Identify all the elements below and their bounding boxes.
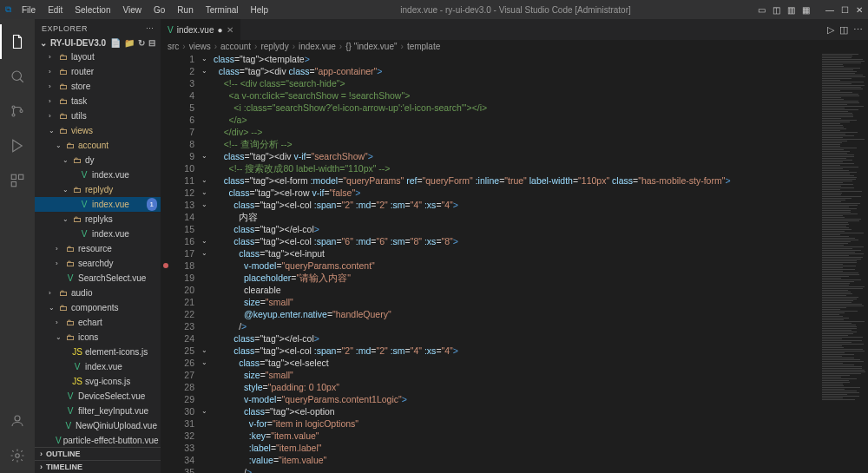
new-folder-icon[interactable]: 📁	[124, 38, 135, 48]
tree-item[interactable]: ›🗀resource	[35, 241, 161, 256]
debug-icon[interactable]	[0, 128, 35, 163]
breadcrumb-item[interactable]: {} "index.vue"	[345, 42, 397, 51]
tree-item[interactable]: ›🗀searchdy	[35, 256, 161, 271]
tree-item[interactable]: VNewQiniuUpload.vue	[35, 418, 161, 433]
breadcrumb-item[interactable]: template	[407, 42, 440, 51]
tree-item[interactable]: ⌄🗀account	[35, 138, 161, 153]
tree-item[interactable]: ›🗀layout	[35, 49, 161, 64]
layout-icon2[interactable]: ▥	[787, 5, 795, 15]
split-editor-icon[interactable]: ◫	[839, 24, 848, 36]
item-label: account	[78, 139, 108, 152]
chevron-icon: ›	[56, 242, 64, 255]
run-icon[interactable]: ▷	[827, 24, 834, 36]
breadcrumb-item[interactable]: views	[189, 42, 211, 51]
item-label: searchdy	[78, 257, 114, 270]
tree-item[interactable]: Vindex.vue	[35, 359, 161, 374]
minimize-icon[interactable]: —	[825, 5, 834, 15]
account-icon[interactable]	[0, 404, 35, 438]
new-file-icon[interactable]: 📄	[110, 38, 121, 48]
menu-go[interactable]: Go	[148, 3, 170, 16]
vue-icon: V	[63, 419, 74, 432]
breadcrumb-item[interactable]: src	[168, 42, 179, 51]
tree-item[interactable]: ⌄🗀replydy	[35, 182, 161, 197]
tree-item[interactable]: Vindex.vue	[35, 168, 161, 182]
explorer-icon[interactable]	[0, 24, 35, 59]
svg-rect-6	[19, 174, 23, 179]
menu-run[interactable]: Run	[172, 3, 198, 16]
outline-section[interactable]: ›OUTLINE	[35, 447, 161, 460]
breadcrumb-item[interactable]: index.vue	[299, 42, 336, 51]
more-icon[interactable]: ⋯	[146, 24, 155, 33]
tree-item[interactable]: ⌄🗀dy	[35, 153, 161, 168]
svg-rect-5	[11, 174, 16, 179]
tree-item[interactable]: VSearchSelect.vue	[35, 271, 161, 286]
chevron-icon: ›	[56, 316, 64, 329]
search-icon[interactable]	[0, 59, 35, 94]
item-label: NewQiniuUpload.vue	[76, 419, 157, 432]
project-root[interactable]: ⌄ RY-UI-DEV3.0 📄 📁 ↻ ⊟	[35, 36, 161, 49]
menu-view[interactable]: View	[118, 3, 148, 16]
tree-item[interactable]: Vindex.vue1	[35, 197, 161, 212]
tree-item[interactable]: Vparticle-effect-button.vue	[35, 433, 161, 447]
folder-icon: 🗀	[57, 80, 69, 93]
tree-item[interactable]: ›🗀audio	[35, 286, 161, 300]
tree-item[interactable]: Vfilter_keyInput.vue	[35, 404, 161, 418]
tree-item[interactable]: ›🗀utils	[35, 108, 161, 123]
settings-gear-icon[interactable]	[0, 438, 35, 473]
menu-file[interactable]: File	[16, 3, 41, 16]
folder-icon: 🗀	[57, 286, 69, 299]
more-actions-icon[interactable]: ⋯	[853, 24, 863, 36]
breadcrumb[interactable]: src›views›account›replydy›index.vue›{} "…	[161, 40, 868, 53]
layout-icon[interactable]: ◫	[773, 5, 780, 15]
item-label: views	[71, 124, 93, 137]
tree-item[interactable]: ⌄🗀icons	[35, 330, 161, 345]
customize-layout-icon[interactable]: ▦	[802, 5, 810, 15]
collapse-icon[interactable]: ⊟	[148, 38, 155, 48]
menu-selection[interactable]: Selection	[69, 3, 115, 16]
tree-item[interactable]: Vindex.vue	[35, 227, 161, 241]
breadcrumb-item[interactable]: account	[220, 42, 251, 51]
item-label: index.vue	[92, 198, 129, 211]
tab-actions: ▷ ◫ ⋯	[822, 19, 868, 40]
tree-item[interactable]: JSsvg-icons.js	[35, 374, 161, 389]
vue-icon: V	[78, 168, 90, 181]
maximize-icon[interactable]: ☐	[841, 5, 849, 15]
menu-help[interactable]: Help	[246, 3, 274, 16]
chevron-icon: ⌄	[56, 139, 64, 152]
item-label: particle-effect-button.vue	[63, 434, 159, 447]
item-label: router	[71, 65, 94, 78]
close-icon[interactable]: ✕	[856, 5, 863, 15]
svg-point-4	[20, 110, 23, 113]
breadcrumb-item[interactable]: replydy	[260, 42, 288, 51]
svg-point-9	[16, 454, 20, 458]
extensions-icon[interactable]	[0, 163, 35, 198]
js-icon: JS	[71, 345, 83, 358]
toggle-panel-icon[interactable]: ▭	[758, 5, 766, 15]
tree-item[interactable]: JSelement-icons.js	[35, 345, 161, 359]
tree-item[interactable]: ⌄🗀views	[35, 123, 161, 138]
menu-terminal[interactable]: Terminal	[201, 3, 244, 16]
fold-column[interactable]: ⌄⌄⌄⌄⌄⌄⌄⌄⌄⌄⌄⌄⌄⌄⌄	[201, 53, 214, 473]
tree-item[interactable]: ›🗀echart	[35, 315, 161, 330]
breakpoint-column[interactable]	[161, 53, 171, 473]
scm-icon[interactable]	[0, 94, 35, 128]
item-label: replydy	[85, 183, 113, 196]
tree-item[interactable]: ›🗀router	[35, 64, 161, 79]
minimap[interactable]	[820, 53, 868, 473]
tree-item[interactable]: ›🗀store	[35, 79, 161, 94]
tree-item[interactable]: ⌄🗀replyks	[35, 212, 161, 227]
timeline-section[interactable]: ›TIMELINE	[35, 460, 161, 473]
file-tree[interactable]: ›🗀layout›🗀router›🗀store›🗀task›🗀utils⌄🗀vi…	[35, 49, 161, 447]
svg-rect-7	[11, 182, 16, 187]
refresh-icon[interactable]: ↻	[138, 38, 145, 48]
close-tab-icon[interactable]: ✕	[227, 25, 233, 35]
tree-item[interactable]: ›🗀task	[35, 94, 161, 108]
tree-item[interactable]: ⌄🗀components	[35, 300, 161, 315]
tab-index-vue[interactable]: V index.vue ● ✕	[161, 19, 241, 40]
menu-edit[interactable]: Edit	[43, 3, 68, 16]
vue-icon: V	[168, 25, 174, 35]
code-content[interactable]: class="tag"><template> class="tag"><div …	[214, 53, 820, 473]
tree-item[interactable]: VDeviceSelect.vue	[35, 389, 161, 404]
item-label: echart	[78, 316, 102, 329]
code-area[interactable]: 1234567891011121314151617181920212223242…	[161, 53, 868, 473]
